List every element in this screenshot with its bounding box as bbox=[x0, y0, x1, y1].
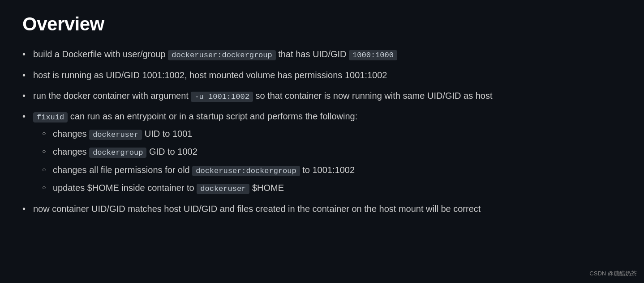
sub1-code: dockeruser bbox=[89, 130, 142, 140]
watermark: CSDN @糖醋奶茶 bbox=[589, 270, 637, 278]
sub3-suffix: to 1001:1002 bbox=[300, 165, 355, 175]
bullet3-code1: -u 1001:1002 bbox=[191, 92, 253, 102]
sub2-suffix: GID to 1002 bbox=[146, 147, 197, 156]
bullet5-text: now container UID/GID matches host UID/G… bbox=[33, 204, 481, 214]
sub1-prefix: changes bbox=[53, 129, 89, 139]
sub3-prefix: changes all file permissions for old bbox=[53, 165, 192, 175]
bullet3-prefix: run the docker container with argument bbox=[33, 91, 191, 101]
bullet4-prefix-code: fixuid bbox=[33, 112, 68, 122]
list-item-2: host is running as UID/GID 1001:1002, ho… bbox=[22, 68, 622, 82]
list-item-1: build a Dockerfile with user/group docke… bbox=[22, 47, 622, 61]
bullet1-code2: 1000:1000 bbox=[349, 50, 397, 60]
bullet4-suffix: can run as an entrypoint or in a startup… bbox=[68, 111, 357, 121]
bullet2-text: host is running as UID/GID 1001:1002, ho… bbox=[33, 70, 387, 80]
list-item-3: run the docker container with argument -… bbox=[22, 89, 622, 103]
sub4-code: dockeruser bbox=[197, 184, 249, 194]
sub2-prefix: changes bbox=[53, 147, 89, 156]
sub-list-item-3: changes all file permissions for old doc… bbox=[42, 163, 622, 177]
sub-list: changes dockeruser UID to 1001 changes d… bbox=[42, 127, 622, 195]
sub1-suffix: UID to 1001 bbox=[142, 129, 192, 139]
page-title: Overview bbox=[22, 13, 622, 35]
sub4-prefix: updates $HOME inside container to bbox=[53, 183, 197, 193]
sub-list-item-1: changes dockeruser UID to 1001 bbox=[42, 127, 622, 141]
sub4-suffix: $HOME bbox=[249, 183, 284, 193]
bullet3-suffix: so that container is now running with sa… bbox=[253, 91, 493, 101]
list-item-5: now container UID/GID matches host UID/G… bbox=[22, 202, 622, 215]
main-list: build a Dockerfile with user/group docke… bbox=[22, 47, 622, 215]
sub-list-item-4: updates $HOME inside container to docker… bbox=[42, 181, 622, 195]
list-item-4: fixuid can run as an entrypoint or in a … bbox=[22, 110, 622, 195]
sub2-code: dockergroup bbox=[89, 148, 146, 158]
sub-list-item-2: changes dockergroup GID to 1002 bbox=[42, 145, 622, 159]
bullet1-middle: that has UID/GID bbox=[276, 49, 349, 59]
sub3-code: dockeruser:dockergroup bbox=[192, 166, 300, 176]
bullet1-code1: dockeruser:dockergroup bbox=[168, 50, 275, 60]
bullet1-prefix: build a Dockerfile with user/group bbox=[33, 49, 168, 59]
